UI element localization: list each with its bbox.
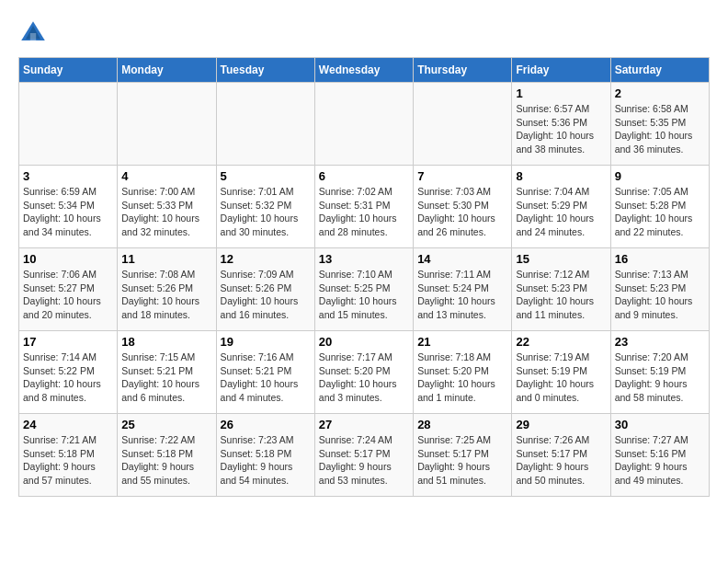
day-info: Sunrise: 7:05 AMSunset: 5:28 PMDaylight:… [615,185,705,239]
day-number: 4 [121,169,211,183]
calendar-cell: 25Sunrise: 7:22 AMSunset: 5:18 PMDayligh… [118,414,216,497]
calendar-cell: 19Sunrise: 7:16 AMSunset: 5:21 PMDayligh… [216,331,314,414]
calendar-cell: 20Sunrise: 7:17 AMSunset: 5:20 PMDayligh… [314,331,413,414]
calendar-table: SundayMondayTuesdayWednesdayThursdayFrid… [18,57,710,497]
header-day-tuesday: Tuesday [216,58,314,83]
page-header [18,18,710,48]
header-row: SundayMondayTuesdayWednesdayThursdayFrid… [19,58,710,83]
calendar-cell: 27Sunrise: 7:24 AMSunset: 5:17 PMDayligh… [314,414,413,497]
day-info: Sunrise: 7:25 AMSunset: 5:17 PMDaylight:… [417,433,507,488]
calendar-cell: 29Sunrise: 7:26 AMSunset: 5:17 PMDayligh… [512,414,610,497]
calendar-cell: 8Sunrise: 7:04 AMSunset: 5:29 PMDaylight… [512,166,610,248]
day-number: 11 [121,252,211,266]
day-info: Sunrise: 7:19 AMSunset: 5:19 PMDaylight:… [516,350,606,405]
day-number: 28 [417,418,507,431]
calendar-cell: 5Sunrise: 7:01 AMSunset: 5:32 PMDaylight… [216,166,314,248]
week-row-1: 3Sunrise: 6:59 AMSunset: 5:34 PMDaylight… [19,166,710,248]
header-day-thursday: Thursday [414,58,512,83]
day-number: 7 [417,169,507,183]
calendar-cell: 13Sunrise: 7:10 AMSunset: 5:25 PMDayligh… [314,248,413,331]
day-info: Sunrise: 7:26 AMSunset: 5:17 PMDaylight:… [516,433,606,488]
day-number: 2 [615,86,705,100]
day-number: 8 [516,169,606,183]
calendar-cell [314,83,413,166]
day-number: 30 [615,418,705,431]
calendar-cell: 21Sunrise: 7:18 AMSunset: 5:20 PMDayligh… [414,331,512,414]
day-info: Sunrise: 7:12 AMSunset: 5:23 PMDaylight:… [516,268,606,322]
calendar-cell: 12Sunrise: 7:09 AMSunset: 5:26 PMDayligh… [216,248,314,331]
week-row-2: 10Sunrise: 7:06 AMSunset: 5:27 PMDayligh… [19,248,710,331]
day-number: 25 [121,418,211,431]
day-number: 21 [417,335,507,349]
calendar-cell [118,83,216,166]
week-row-4: 24Sunrise: 7:21 AMSunset: 5:18 PMDayligh… [19,414,710,497]
week-row-3: 17Sunrise: 7:14 AMSunset: 5:22 PMDayligh… [19,331,710,414]
day-info: Sunrise: 7:24 AMSunset: 5:17 PMDaylight:… [319,433,409,488]
logo [18,18,51,48]
day-number: 26 [221,418,311,431]
calendar-cell: 4Sunrise: 7:00 AMSunset: 5:33 PMDaylight… [118,166,216,248]
calendar-cell: 26Sunrise: 7:23 AMSunset: 5:18 PMDayligh… [216,414,314,497]
calendar-cell: 9Sunrise: 7:05 AMSunset: 5:28 PMDaylight… [610,166,709,248]
calendar-cell: 22Sunrise: 7:19 AMSunset: 5:19 PMDayligh… [512,331,610,414]
calendar-cell: 17Sunrise: 7:14 AMSunset: 5:22 PMDayligh… [19,331,118,414]
day-info: Sunrise: 7:02 AMSunset: 5:31 PMDaylight:… [319,185,409,239]
day-info: Sunrise: 7:14 AMSunset: 5:22 PMDaylight:… [23,350,113,405]
day-info: Sunrise: 7:08 AMSunset: 5:26 PMDaylight:… [121,268,211,322]
day-number: 24 [23,418,113,431]
day-info: Sunrise: 7:20 AMSunset: 5:19 PMDaylight:… [615,350,705,405]
calendar-cell [216,83,314,166]
calendar-cell: 15Sunrise: 7:12 AMSunset: 5:23 PMDayligh… [512,248,610,331]
calendar-cell: 3Sunrise: 6:59 AMSunset: 5:34 PMDaylight… [19,166,118,248]
day-number: 9 [615,169,705,183]
day-info: Sunrise: 7:15 AMSunset: 5:21 PMDaylight:… [121,350,211,405]
day-info: Sunrise: 7:21 AMSunset: 5:18 PMDaylight:… [23,433,113,488]
day-info: Sunrise: 7:06 AMSunset: 5:27 PMDaylight:… [23,268,113,322]
calendar-cell: 11Sunrise: 7:08 AMSunset: 5:26 PMDayligh… [118,248,216,331]
calendar-cell: 18Sunrise: 7:15 AMSunset: 5:21 PMDayligh… [118,331,216,414]
day-number: 12 [221,252,311,266]
day-number: 29 [516,418,606,431]
day-number: 1 [516,86,606,100]
calendar-cell: 24Sunrise: 7:21 AMSunset: 5:18 PMDayligh… [19,414,118,497]
calendar-cell: 6Sunrise: 7:02 AMSunset: 5:31 PMDaylight… [314,166,413,248]
header-day-sunday: Sunday [19,58,118,83]
header-day-saturday: Saturday [610,58,709,83]
day-info: Sunrise: 7:18 AMSunset: 5:20 PMDaylight:… [417,350,507,405]
day-info: Sunrise: 6:59 AMSunset: 5:34 PMDaylight:… [23,185,113,239]
day-number: 16 [615,252,705,266]
day-number: 10 [23,252,113,266]
day-info: Sunrise: 6:58 AMSunset: 5:35 PMDaylight:… [615,102,705,156]
day-number: 5 [221,169,311,183]
header-day-friday: Friday [512,58,610,83]
calendar-cell [414,83,512,166]
day-number: 23 [615,335,705,349]
day-number: 27 [319,418,409,431]
day-info: Sunrise: 7:23 AMSunset: 5:18 PMDaylight:… [221,433,311,488]
week-row-0: 1Sunrise: 6:57 AMSunset: 5:36 PMDaylight… [19,83,710,166]
day-number: 6 [319,169,409,183]
day-info: Sunrise: 7:10 AMSunset: 5:25 PMDaylight:… [319,268,409,322]
day-number: 20 [319,335,409,349]
calendar-cell: 7Sunrise: 7:03 AMSunset: 5:30 PMDaylight… [414,166,512,248]
day-number: 18 [121,335,211,349]
day-info: Sunrise: 7:04 AMSunset: 5:29 PMDaylight:… [516,185,606,239]
day-number: 3 [23,169,113,183]
svg-rect-2 [30,33,36,40]
day-number: 17 [23,335,113,349]
day-info: Sunrise: 7:11 AMSunset: 5:24 PMDaylight:… [417,268,507,322]
day-info: Sunrise: 7:09 AMSunset: 5:26 PMDaylight:… [221,268,311,322]
day-info: Sunrise: 7:03 AMSunset: 5:30 PMDaylight:… [417,185,507,239]
header-day-monday: Monday [118,58,216,83]
calendar-cell: 28Sunrise: 7:25 AMSunset: 5:17 PMDayligh… [414,414,512,497]
logo-icon [18,18,48,48]
day-info: Sunrise: 7:01 AMSunset: 5:32 PMDaylight:… [221,185,311,239]
day-number: 22 [516,335,606,349]
day-info: Sunrise: 7:27 AMSunset: 5:16 PMDaylight:… [615,433,705,488]
day-info: Sunrise: 7:16 AMSunset: 5:21 PMDaylight:… [221,350,311,405]
calendar-cell: 16Sunrise: 7:13 AMSunset: 5:23 PMDayligh… [610,248,709,331]
calendar-cell: 2Sunrise: 6:58 AMSunset: 5:35 PMDaylight… [610,83,709,166]
day-number: 19 [221,335,311,349]
calendar-cell: 30Sunrise: 7:27 AMSunset: 5:16 PMDayligh… [610,414,709,497]
day-info: Sunrise: 7:00 AMSunset: 5:33 PMDaylight:… [121,185,211,239]
